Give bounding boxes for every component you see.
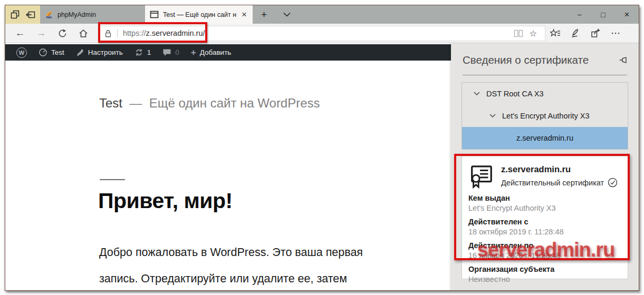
certificate-panel-header: Сведения о сертификате (451, 43, 639, 66)
url-text[interactable]: https://z.serveradmin.ru/ (123, 29, 511, 37)
post-divider (100, 179, 125, 180)
certificate-subject: z.serveradmin.ru (501, 163, 618, 174)
field-label: Кем выдан (468, 194, 622, 202)
panel-title: Сведения о сертификате (463, 54, 589, 66)
valid-check-circle-icon (608, 178, 618, 188)
home-icon[interactable] (73, 25, 94, 41)
certificate-card-header: z.serveradmin.ru Действительный сертифик… (468, 163, 622, 189)
url-scheme: https:// (123, 29, 146, 37)
comment-count: 0 (175, 48, 179, 56)
field-label: Организация субъекта (468, 265, 622, 273)
certificate-chain-tree: DST Root CA X3 Let's Encrypt Authority X… (462, 82, 628, 150)
chevron-down-icon (474, 92, 480, 96)
certificate-panel: Сведения о сертификате DST Root CA X3 Le… (451, 43, 639, 290)
wordpress-logo-icon: W (16, 47, 27, 58)
reading-view-icon (511, 30, 526, 37)
chain-item-leaf-selected[interactable]: z.serveradmin.ru (462, 127, 628, 149)
plus-icon: + (191, 48, 196, 57)
forward-icon[interactable]: → (31, 25, 52, 41)
admin-bar-updates[interactable]: 1 (129, 44, 157, 61)
more-menu-icon[interactable]: ⋯ (605, 25, 626, 41)
excerpt-line: Добро пожаловать в WordPress. Это ваша п… (99, 239, 363, 266)
phpmyadmin-favicon-icon: PMA (45, 11, 53, 19)
browser-toolbar: ← → https://z.serveradmin.ru/ ☆ (5, 24, 639, 43)
tab-test-site[interactable]: Test — Ещё один сайт н × (145, 5, 253, 24)
address-divider (117, 29, 118, 37)
svg-text:PMA: PMA (46, 16, 52, 19)
chain-item-label: Let's Encrypt Authority X3 (502, 112, 590, 120)
dashboard-gauge-icon (39, 48, 47, 57)
site-branding: Test — Ещё один сайт на WordPress (99, 96, 320, 111)
customize-label: Настроить (88, 48, 123, 56)
chain-item-intermediate[interactable]: Let's Encrypt Authority X3 (462, 105, 628, 127)
new-tab-button[interactable]: + (253, 5, 275, 24)
admin-bar-add-new[interactable]: + Добавить (185, 44, 237, 61)
tab-label: phpMyAdmin (57, 11, 140, 18)
admin-bar-site-name[interactable]: Test (33, 44, 70, 61)
refresh-icon[interactable] (52, 25, 73, 41)
web-note-pen-icon[interactable] (565, 25, 585, 41)
branding-separator: — (129, 96, 142, 110)
updates-icon (134, 48, 143, 57)
share-icon[interactable] (585, 25, 605, 41)
field-label: Действителен с (468, 218, 622, 226)
pin-panel-icon[interactable] (619, 55, 628, 65)
site-name-label: Test (51, 48, 64, 56)
field-value: Неизвестно (468, 275, 622, 283)
lock-icon (104, 29, 112, 38)
tab-label: Test — Ещё один сайт н (163, 11, 236, 18)
tab-bar: PMA phpMyAdmin Test — Ещё один сайт н × … (5, 5, 639, 24)
tab-close-icon[interactable]: × (241, 10, 248, 19)
maximize-button[interactable]: □ (591, 5, 615, 24)
tab-phpmyadmin[interactable]: PMA phpMyAdmin (40, 5, 145, 24)
chain-item-label: DST Root CA X3 (486, 90, 544, 98)
url-host: z.serveradmin.ru/ (146, 29, 205, 37)
close-button[interactable]: × (615, 5, 639, 24)
favorites-hub-icon[interactable] (545, 25, 565, 41)
panel-divider (463, 75, 627, 75)
admin-bar-comments[interactable]: 0 (157, 44, 185, 61)
field-label: Действителен по (468, 241, 622, 250)
tab-preview-chevron-icon[interactable] (275, 5, 298, 24)
page-content: W Test Настроить 1 (5, 43, 639, 290)
titlebar-drag-area (298, 5, 568, 24)
field-value: 18 октября 2019 г. 11:28:48 (468, 228, 622, 236)
field-value: 16 января 2020 г. 11:28:48 (468, 251, 622, 260)
chain-item-label: z.serveradmin.ru (516, 134, 573, 142)
set-tabs-aside-icon[interactable] (9, 9, 21, 21)
post-excerpt: Добро пожаловать в WordPress. Это ваша п… (99, 239, 363, 290)
certificate-status: Действительный сертификат (501, 179, 604, 187)
admin-bar-customize[interactable]: Настроить (70, 44, 129, 61)
add-favorite-star-icon[interactable]: ☆ (526, 28, 541, 38)
wp-logo-menu[interactable]: W (11, 44, 33, 61)
field-value: Let's Encrypt Authority X3 (468, 204, 622, 212)
address-bar[interactable]: https://z.serveradmin.ru/ ☆ (98, 26, 545, 41)
site-title[interactable]: Test (99, 96, 122, 110)
tabs-set-aside-icon[interactable] (25, 9, 36, 21)
back-icon[interactable]: ← (9, 25, 31, 41)
minimize-button[interactable]: − (568, 5, 591, 24)
browser-window: PMA phpMyAdmin Test — Ещё один сайт н × … (5, 5, 639, 291)
chevron-down-icon (489, 114, 496, 118)
add-new-label: Добавить (200, 48, 232, 56)
post-title[interactable]: Привет, мир! (98, 189, 233, 213)
chain-item-root[interactable]: DST Root CA X3 (462, 83, 628, 105)
certificate-seal-icon (468, 163, 494, 189)
update-count: 1 (147, 48, 151, 56)
certificate-details-card: z.serveradmin.ru Действительный сертифик… (462, 156, 628, 279)
excerpt-line: запись. Отредактируйте или удалите ее, з… (99, 266, 363, 290)
tab-actions-area (5, 5, 40, 24)
site-tagline: Ещё один сайт на WordPress (149, 96, 320, 110)
paintbrush-icon (76, 48, 84, 57)
page-favicon-icon (150, 11, 159, 18)
comment-bubble-icon (162, 48, 171, 56)
